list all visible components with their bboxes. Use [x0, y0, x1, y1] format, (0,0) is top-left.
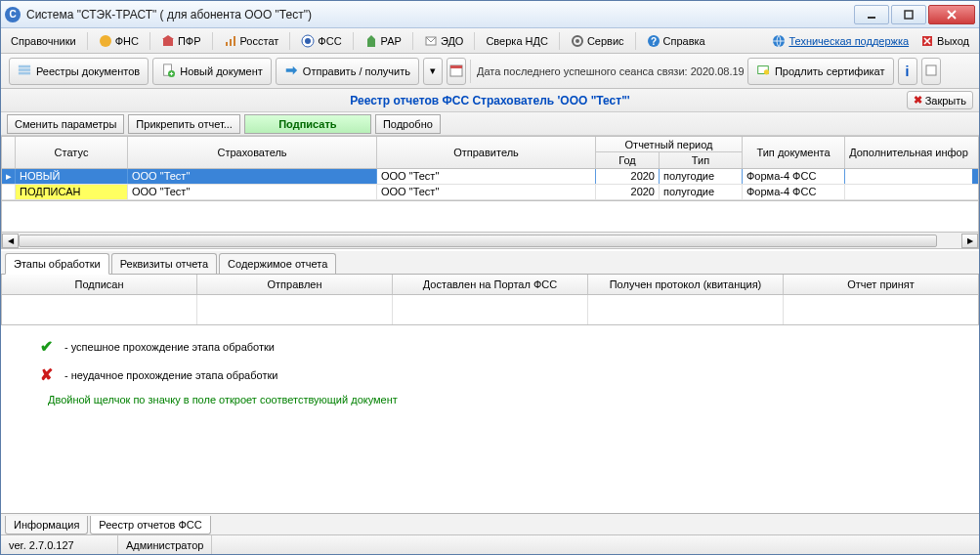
cell-status: ПОДПИСАН	[16, 185, 128, 199]
svg-rect-17	[19, 64, 30, 67]
menu-pfr[interactable]: ПФР	[157, 32, 205, 50]
menu-edo[interactable]: ЭДО	[420, 32, 468, 50]
scroll-left-button[interactable]: ◀	[2, 234, 19, 248]
stages-grid: Подписан Отправлен Доставлен на Портал Ф…	[1, 275, 979, 325]
toolbar: Реестры документов Новый документ Отправ…	[1, 54, 979, 89]
col-status[interactable]: Статус	[16, 137, 128, 168]
send-receive-button[interactable]: Отправить / получить	[276, 58, 419, 85]
reports-grid: Статус Страхователь Отправитель Отчетный…	[1, 136, 979, 201]
prolong-cert-button[interactable]: Продлить сертификат	[747, 58, 894, 85]
cell-strah: ООО "Тест"	[128, 185, 377, 199]
cell-tip: полугодие	[660, 185, 743, 199]
options-button[interactable]	[921, 58, 941, 85]
detail-tabs: Этапы обработки Реквизиты отчета Содержи…	[1, 251, 979, 275]
tab-soderzhimoe[interactable]: Содержимое отчета	[219, 253, 336, 274]
help-icon: ?	[647, 34, 660, 48]
col-period[interactable]: Отчетный период	[596, 137, 743, 152]
gear-icon	[571, 34, 584, 48]
table-row[interactable]: ▸ НОВЫЙ ООО "Тест" ООО "Тест" 2020 полуг…	[2, 169, 978, 185]
maximize-button[interactable]	[891, 5, 926, 24]
close-page-button[interactable]: ✖Закрыть	[907, 91, 973, 109]
svg-point-12	[575, 39, 579, 43]
cell-otpr: ООО "Тест"	[377, 185, 596, 199]
certificate-icon	[756, 64, 770, 79]
menu-rar[interactable]: РАР	[361, 32, 405, 50]
status-version: ver. 2.7.0.127	[1, 535, 118, 554]
down-arrow-button[interactable]: ▾	[423, 58, 443, 85]
scroll-thumb[interactable]	[19, 235, 937, 247]
svg-rect-6	[230, 39, 232, 46]
btab-registry[interactable]: Реестр отчетов ФСС	[90, 516, 210, 534]
col-otpravitel[interactable]: Отправитель	[377, 137, 596, 168]
svg-text:?: ?	[651, 36, 657, 47]
cell-tip: полугодие	[660, 169, 743, 184]
change-params-button[interactable]: Сменить параметры	[7, 114, 124, 134]
stage-col-dostavlen: Доставлен на Портал ФСС	[393, 275, 588, 294]
tab-etapy[interactable]: Этапы обработки	[5, 253, 109, 275]
stage-cell[interactable]	[784, 295, 978, 324]
statusbar: ver. 2.7.0.127 Администратор	[1, 534, 979, 554]
col-tip-doc[interactable]: Тип документа	[743, 137, 845, 168]
details-button[interactable]: Подробно	[375, 114, 441, 134]
table-row[interactable]: ПОДПИСАН ООО "Тест" ООО "Тест" 2020 полу…	[2, 185, 978, 200]
svg-rect-26	[926, 65, 936, 75]
info-button[interactable]: i	[898, 58, 917, 85]
stage-cell[interactable]	[393, 295, 588, 324]
svg-point-9	[305, 38, 311, 44]
fns-icon	[99, 34, 112, 48]
rar-icon	[364, 34, 378, 48]
hint-text: Двойной щелчок по значку в поле откроет …	[48, 394, 940, 406]
stage-cell[interactable]	[588, 295, 784, 324]
horizontal-scrollbar[interactable]: ◀ ▶	[1, 233, 979, 249]
minimize-button[interactable]	[854, 5, 889, 24]
cell-doc: Форма-4 ФСС	[743, 185, 845, 199]
calendar-button[interactable]	[447, 58, 466, 85]
scroll-right-button[interactable]: ▶	[961, 234, 978, 248]
menu-fss[interactable]: ФСС	[297, 32, 345, 50]
fss-icon	[301, 34, 315, 48]
cell-dop	[845, 185, 972, 199]
grid-empty-area	[1, 201, 979, 233]
tab-rekvizity[interactable]: Реквизиты отчета	[111, 253, 217, 274]
pfr-icon	[161, 34, 175, 48]
new-doc-button[interactable]: Новый документ	[152, 58, 272, 85]
svg-rect-23	[450, 65, 462, 68]
x-icon: ✘	[40, 365, 53, 384]
menu-sverka-nds[interactable]: Сверка НДС	[482, 33, 551, 49]
rosstat-icon	[224, 34, 237, 48]
btab-info[interactable]: Информация	[5, 516, 88, 534]
menu-spravka[interactable]: ?Справка	[643, 32, 709, 50]
menu-servis[interactable]: Сервис	[567, 32, 628, 50]
status-user: Администратор	[118, 535, 212, 554]
menubar: Справочники ФНС ПФР Росстат ФСС РАР ЭДО …	[1, 28, 979, 54]
page-title: Реестр отчетов ФСС Страхователь 'ООО "Те…	[350, 94, 629, 107]
stage-col-protokol: Получен протокол (квитанция)	[588, 275, 784, 294]
registry-button[interactable]: Реестры документов	[9, 58, 149, 85]
options-icon	[924, 64, 938, 79]
sign-button[interactable]: Подписать	[244, 114, 371, 134]
menu-tech-support[interactable]: Техническая поддержка	[768, 32, 913, 50]
col-tip[interactable]: Тип	[660, 152, 743, 168]
col-strahovatel[interactable]: Страхователь	[128, 137, 377, 168]
menu-exit[interactable]: Выход	[916, 32, 973, 50]
bottom-tabs: Информация Реестр отчетов ФСС	[1, 513, 979, 534]
last-session-info: Дата последнего успешного сеанса связи: …	[470, 60, 744, 83]
close-icon: ✖	[914, 94, 922, 107]
col-dop[interactable]: Дополнительная инфор	[845, 137, 972, 168]
window-title: Система "СТЭК-ТРАСТ" ( для абонента ООО …	[26, 8, 854, 21]
attach-report-button[interactable]: Прикрепить отчет...	[128, 114, 240, 134]
menu-spravochniki[interactable]: Справочники	[7, 33, 80, 49]
calendar-icon	[449, 64, 463, 79]
window-close-button[interactable]	[928, 5, 975, 24]
legend: ✔- успешное прохождение этапа обработки …	[1, 325, 979, 417]
exit-icon	[920, 34, 934, 48]
stage-cell[interactable]	[2, 295, 197, 324]
menu-fns[interactable]: ФНС	[95, 32, 143, 50]
svg-marker-4	[162, 35, 174, 39]
col-god[interactable]: Год	[596, 152, 660, 168]
stage-col-podpisan: Подписан	[2, 275, 197, 294]
menu-rosstat[interactable]: Росстат	[220, 32, 283, 50]
svg-rect-19	[19, 71, 30, 74]
cell-dop	[845, 169, 972, 184]
stage-cell[interactable]	[197, 295, 393, 324]
